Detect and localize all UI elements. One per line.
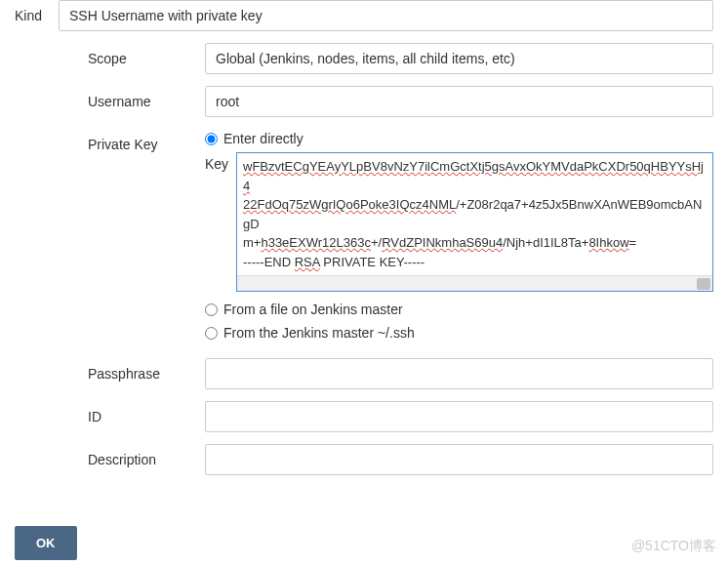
id-row: ID <box>88 401 713 432</box>
kind-row: Kind SSH Username with private key <box>15 0 713 31</box>
scrollbar-thumb[interactable] <box>697 278 710 290</box>
passphrase-label: Passphrase <box>88 358 205 382</box>
radio-from-file[interactable] <box>205 303 218 316</box>
username-input[interactable] <box>205 86 713 117</box>
radio-from-ssh[interactable] <box>205 327 218 340</box>
passphrase-row: Passphrase <box>88 358 713 389</box>
ok-button[interactable]: OK <box>15 526 77 560</box>
radio-enter-directly[interactable] <box>205 133 218 145</box>
radio-from-ssh-label: From the Jenkins master ~/.ssh <box>223 325 415 341</box>
private-key-row: Private Key Enter directly Key wFBzvtECg… <box>88 129 713 346</box>
username-row: Username <box>88 86 713 117</box>
key-textarea-wrap: wFBzvtECgYEAyYLpBV8vNzY7ilCmGctXtj5gsAvx… <box>236 152 713 292</box>
scope-row: Scope Global (Jenkins, nodes, items, all… <box>88 43 713 74</box>
radio-from-file-label: From a file on Jenkins master <box>223 302 403 317</box>
passphrase-input[interactable] <box>205 358 713 389</box>
id-input[interactable] <box>205 401 713 432</box>
radio-enter-directly-row: Enter directly <box>205 129 713 146</box>
id-label: ID <box>88 401 205 424</box>
scope-select[interactable]: Global (Jenkins, nodes, items, all child… <box>205 43 713 74</box>
radio-enter-directly-label: Enter directly <box>223 131 303 146</box>
description-row: Description <box>88 444 713 475</box>
kind-label: Kind <box>15 0 59 23</box>
kind-select[interactable]: SSH Username with private key <box>59 0 713 31</box>
key-section: Key wFBzvtECgYEAyYLpBV8vNzY7ilCmGctXtj5g… <box>205 152 713 292</box>
watermark: @51CTO博客 <box>631 538 716 555</box>
radio-from-ssh-row: From the Jenkins master ~/.ssh <box>205 323 713 341</box>
radio-from-file-row: From a file on Jenkins master <box>205 300 713 317</box>
description-input[interactable] <box>205 444 713 475</box>
scope-label: Scope <box>88 43 205 66</box>
scrollbar-horizontal[interactable] <box>237 275 712 291</box>
username-label: Username <box>88 86 205 109</box>
key-textarea[interactable]: wFBzvtECgYEAyYLpBV8vNzY7ilCmGctXtj5gsAvx… <box>237 153 712 275</box>
key-label: Key <box>205 152 236 172</box>
private-key-label: Private Key <box>88 129 205 152</box>
description-label: Description <box>88 444 205 467</box>
